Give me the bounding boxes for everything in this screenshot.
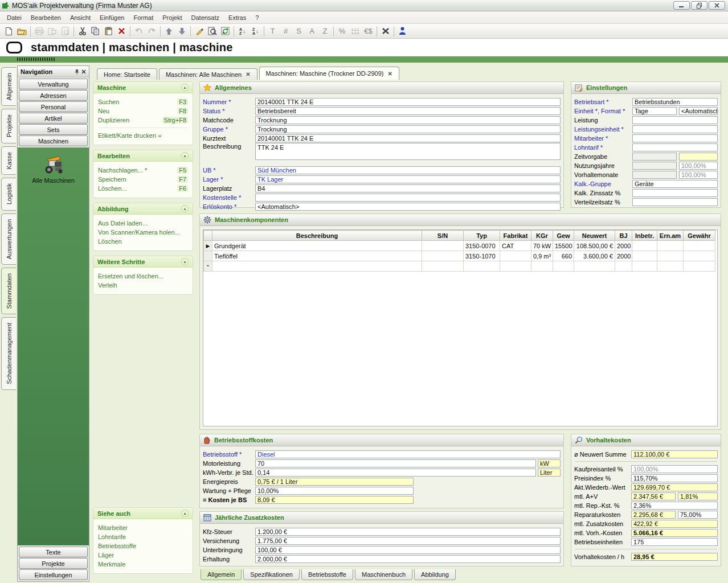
cell[interactable]: 2000 (615, 241, 632, 251)
open-icon[interactable] (15, 25, 28, 38)
cmd-duplizieren[interactable]: DuplizierenStrg+F8 (98, 116, 188, 125)
copy-icon[interactable] (89, 25, 102, 38)
cell[interactable] (657, 261, 684, 272)
redo-icon[interactable] (145, 25, 158, 38)
cmd-verleih[interactable]: Verleih (98, 281, 188, 290)
cut-icon[interactable] (76, 25, 89, 38)
cell[interactable]: Tieflöffel (212, 251, 422, 261)
collapse-icon[interactable]: ▲ (181, 205, 189, 212)
erloeskonto-field[interactable]: <Automatisch> (255, 203, 561, 211)
undo-icon[interactable] (132, 25, 145, 38)
tab-allgemein[interactable]: Allgemein (1, 67, 16, 106)
kalk-gruppe-field[interactable]: Geräte (632, 180, 718, 188)
cmd-suchen[interactable]: SuchenF3 (98, 97, 188, 106)
vorhaltekosten-h-field[interactable]: 28,95 € (631, 553, 718, 561)
lohntarif-field[interactable] (632, 143, 718, 151)
gruppe-field[interactable]: Trocknung (255, 125, 561, 133)
nutzungsjahre-pct-field[interactable]: 100,00% (679, 162, 718, 170)
status-field[interactable]: Betriebsbereit (255, 107, 561, 115)
zeitvorgabe-field[interactable] (632, 153, 677, 161)
cell[interactable] (632, 241, 657, 251)
betriebseinheiten-field[interactable]: 175 (631, 538, 718, 546)
cmd-ersetzen-loeschen[interactable]: Ersetzen und löschen... (98, 272, 188, 281)
cell[interactable] (500, 261, 531, 272)
menu-ansicht[interactable]: Ansicht (66, 13, 95, 23)
new-row[interactable]: * (204, 261, 715, 272)
cell[interactable] (531, 261, 553, 272)
restore-button[interactable] (691, 1, 707, 10)
kostenstelle-field[interactable] (255, 194, 561, 202)
nav-button-einstellungen[interactable]: Einstellungen (19, 569, 88, 580)
menu-bearbeiten[interactable]: Bearbeiten (26, 13, 66, 23)
format-text-icon[interactable]: T (266, 25, 279, 38)
close-tab-icon[interactable]: ✕ (387, 71, 392, 77)
collapse-icon[interactable]: ▲ (181, 510, 189, 517)
tab-projekte[interactable]: Projekte (1, 109, 16, 143)
betriebsart-field[interactable]: Betriebsstunden (632, 98, 718, 106)
cell[interactable] (500, 251, 531, 261)
zeitvorgabe-field2[interactable] (679, 153, 718, 161)
format-field[interactable]: <Automatisch> (679, 107, 718, 115)
format-a-icon[interactable]: A (305, 25, 318, 38)
nav-button-sets[interactable]: Sets (19, 124, 88, 135)
cmd-nachschlagen[interactable]: Nachschlagen... *F5 (98, 166, 188, 175)
cell[interactable] (684, 241, 715, 251)
cmd-von-scanner-holen[interactable]: Von Scanner/Kamera holen... (98, 228, 188, 237)
cmd-laeger[interactable]: Läger (98, 551, 188, 560)
alle-maschinen-icon[interactable] (42, 155, 66, 175)
cell[interactable] (464, 261, 500, 272)
cell[interactable]: 3150-0070 (464, 241, 500, 251)
detail-tab-spezifikationen[interactable]: Spezifikationen (243, 569, 300, 580)
cell[interactable] (615, 261, 632, 272)
nav-button-projekte[interactable]: Projekte (19, 558, 88, 569)
cmd-abbildung-loeschen[interactable]: Löschen (98, 237, 188, 246)
print-icon[interactable] (32, 25, 46, 38)
currency-icon[interactable]: €$ (362, 25, 375, 38)
menu-projekt[interactable]: Projekt (158, 13, 186, 23)
kfz-steuer-field[interactable]: 1.200,00 € (255, 528, 561, 536)
format-s-icon[interactable]: S (292, 25, 305, 38)
nav-button-texte[interactable]: Texte (19, 547, 88, 557)
tab-auswertungen[interactable]: Auswertungen (1, 214, 16, 265)
cmd-merkmale[interactable]: Merkmale (98, 560, 188, 569)
user-icon[interactable] (396, 25, 409, 38)
menu-hilfe[interactable]: ? (251, 13, 263, 23)
close-button[interactable] (709, 1, 725, 10)
cell[interactable]: 3.600,00 € (574, 251, 615, 261)
close-panel-icon[interactable] (81, 69, 86, 74)
cell[interactable] (632, 261, 657, 272)
motorleistung-field[interactable]: 70 (255, 459, 536, 467)
beschreibung-field[interactable]: TTK 24 E (255, 143, 561, 160)
tab-schadenmanagement[interactable]: Schadenmanagement (1, 317, 16, 390)
reparaturkosten-field[interactable]: 2.295,68 € (631, 511, 676, 519)
cmd-betriebsstoffe[interactable]: Betriebsstoffe (98, 541, 188, 551)
move-up-icon[interactable] (162, 25, 175, 38)
preisindex-field[interactable]: 115,70% (631, 474, 718, 482)
cell[interactable] (422, 251, 464, 261)
menu-einfuegen[interactable]: Einfügen (95, 13, 129, 23)
detail-tab-betriebsstoffe[interactable]: Betriebsstoffe (301, 569, 353, 580)
detail-tab-maschinenbuch[interactable]: Maschinenbuch (355, 569, 412, 580)
wartung-pflege-field[interactable]: 10,00% (255, 487, 414, 495)
cmd-loeschen[interactable]: Löschen...F6 (98, 184, 188, 193)
menu-datensatz[interactable]: Datensatz (187, 13, 224, 23)
cell[interactable]: 3150-1070 (464, 251, 500, 261)
cell[interactable] (553, 261, 574, 272)
cell[interactable] (632, 251, 657, 261)
einheit-field[interactable]: Tage (632, 107, 677, 115)
mtl-rep-kst-field[interactable]: 2,36% (631, 502, 718, 510)
close-tab-icon[interactable]: ✕ (246, 71, 250, 77)
cell[interactable]: CAT (500, 241, 531, 251)
kalk-zinssatz-field[interactable] (632, 189, 718, 197)
kurztext-field[interactable]: 20140001 TTK 24 E (255, 134, 561, 142)
kwh-verbrauch-field[interactable]: 0,14 (255, 469, 536, 477)
doctab-home[interactable]: Home: Startseite (97, 68, 157, 80)
cell[interactable] (684, 261, 715, 272)
table-row[interactable]: ▶ Grundgerät 3150-0070 CAT 70 kW 15500 1… (204, 241, 715, 251)
nummer-field[interactable]: 20140001 TTK 24 E (255, 98, 561, 106)
cell[interactable]: 108.500,00 € (574, 241, 615, 251)
cell[interactable]: 70 kW (531, 241, 553, 251)
mtl-zusatzkosten-field[interactable]: 422,92 € (631, 520, 718, 528)
doctab-alle-maschinen[interactable]: Maschinen: Alle Maschinen✕ (159, 68, 257, 80)
mtl-vorh-kosten-field[interactable]: 5.066,16 € (631, 529, 718, 537)
